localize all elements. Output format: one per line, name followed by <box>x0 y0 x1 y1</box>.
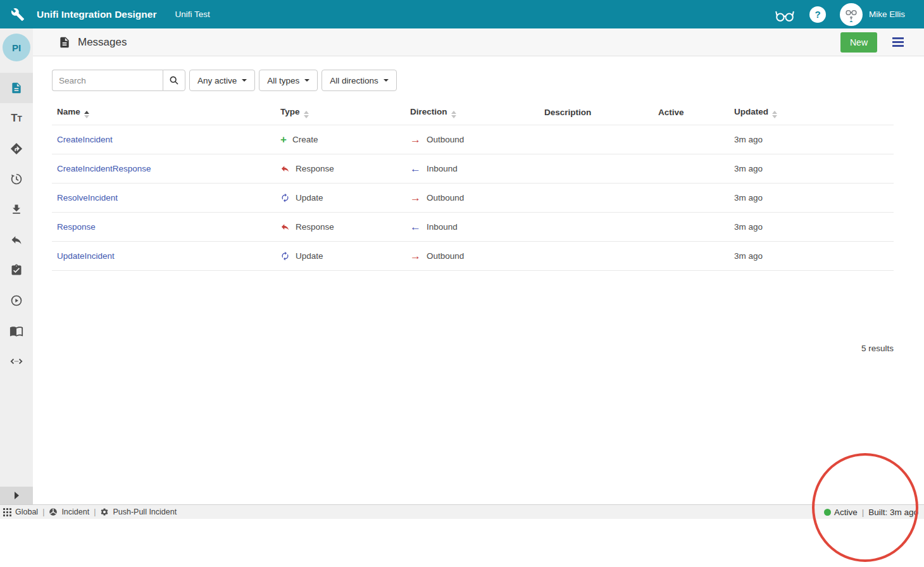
new-button[interactable]: New <box>840 32 877 53</box>
create-plus-icon: + <box>280 135 287 144</box>
table-row: CreateIncident + Create → Outbound 3m ag… <box>52 125 894 154</box>
column-header-active: Active <box>658 108 734 117</box>
workspace-name[interactable]: Unifi Test <box>175 9 209 19</box>
message-link[interactable]: UpdateIncident <box>57 251 115 261</box>
history-clock-icon <box>10 173 23 185</box>
types-filter-dropdown[interactable]: All types <box>259 70 318 91</box>
grid-icon <box>3 508 11 516</box>
sidebar: PI TT <box>0 28 33 504</box>
column-header-description: Description <box>544 108 658 117</box>
message-link[interactable]: CreateIncident <box>57 135 113 144</box>
response-reply-icon <box>280 164 290 173</box>
update-refresh-icon <box>280 193 290 202</box>
app-title: Unifi Integration Designer <box>37 9 156 20</box>
sort-icon <box>772 111 777 118</box>
messages-icon <box>58 36 71 49</box>
response-reply-icon <box>280 222 290 232</box>
sidebar-item-messages[interactable] <box>0 73 33 103</box>
sidebar-nav: TT <box>0 73 33 377</box>
download-icon <box>10 203 23 216</box>
active-filter-dropdown[interactable]: Any active <box>189 70 255 91</box>
breadcrumb-process[interactable]: Push-Pull Incident <box>100 508 177 516</box>
inbound-arrow-icon: ← <box>410 223 421 232</box>
wrench-icon <box>11 8 25 22</box>
table-row: ResolveIncident Update → Outbound 3m ago <box>52 184 894 213</box>
sidebar-item-import[interactable] <box>0 194 33 225</box>
search-button[interactable] <box>163 70 185 91</box>
menu-icon[interactable] <box>892 35 904 49</box>
page-title: Messages <box>78 36 127 49</box>
column-header-direction[interactable]: Direction <box>410 107 544 118</box>
table-row: Response Response ← Inbound 3m ago <box>52 213 894 242</box>
sidebar-item-run[interactable] <box>0 285 33 316</box>
build-status: Active | Built: 3m ago <box>824 508 921 517</box>
sidebar-item-deliveries[interactable] <box>0 134 33 164</box>
table-row: UpdateIncident Update → Outbound 3m ago <box>52 242 894 271</box>
sort-icon <box>304 111 309 118</box>
sort-icon <box>451 111 456 118</box>
inbound-arrow-icon: ← <box>410 165 421 173</box>
outbound-arrow-icon: → <box>410 252 421 261</box>
text-fields-icon: TT <box>11 112 22 125</box>
sidebar-item-documentation[interactable] <box>0 316 33 346</box>
message-link[interactable]: Response <box>57 222 96 232</box>
sort-asc-icon <box>84 111 89 118</box>
topbar: Unifi Integration Designer Unifi Test ? <box>0 0 924 28</box>
messages-table: Name Type Direction Description Active U… <box>52 100 894 271</box>
search-input[interactable] <box>52 70 163 91</box>
glasses-icon[interactable] <box>774 6 796 23</box>
integration-avatar[interactable]: PI <box>3 34 30 61</box>
filter-bar: Any active All types All directions <box>52 70 397 91</box>
chevron-down-icon <box>242 79 247 82</box>
help-icon[interactable]: ? <box>809 6 826 23</box>
built-label: Built: 3m ago <box>868 508 918 517</box>
book-icon <box>9 324 23 338</box>
column-header-type[interactable]: Type <box>280 107 410 118</box>
diamond-arrow-icon <box>9 142 23 156</box>
chevron-right-icon <box>15 492 19 499</box>
avatar <box>840 3 863 26</box>
clipboard-check-icon <box>10 264 23 277</box>
reply-icon <box>10 234 23 246</box>
sidebar-item-responses[interactable] <box>0 225 33 255</box>
gear-icon <box>100 508 109 516</box>
table-row: CreateIncidentResponse Response ← Inboun… <box>52 154 894 184</box>
message-link[interactable]: ResolveIncident <box>57 193 118 202</box>
status-bar: Global | Incident | Push-Pull Incident A… <box>0 504 924 519</box>
user-menu[interactable]: Mike Ellis <box>840 3 905 26</box>
status-label: Active <box>834 508 858 517</box>
breadcrumb-global[interactable]: Global <box>3 508 38 516</box>
results-count: 5 results <box>861 344 894 353</box>
column-header-updated[interactable]: Updated <box>734 107 894 118</box>
incident-icon <box>49 508 58 516</box>
separator: | <box>94 508 96 516</box>
user-name: Mike Ellis <box>869 9 905 19</box>
sidebar-item-history[interactable] <box>0 164 33 194</box>
separator: | <box>862 508 865 517</box>
sidebar-collapse-button[interactable] <box>0 487 33 504</box>
search-icon <box>169 75 179 85</box>
column-header-name[interactable]: Name <box>52 107 280 118</box>
table-header-row: Name Type Direction Description Active U… <box>52 100 894 125</box>
breadcrumb-integration[interactable]: Incident <box>49 508 89 516</box>
chevron-down-icon <box>384 79 389 82</box>
update-refresh-icon <box>280 251 290 261</box>
chevron-down-icon <box>304 79 309 82</box>
sidebar-item-scripts[interactable] <box>0 346 33 377</box>
outbound-arrow-icon: → <box>410 135 421 144</box>
active-status-dot-icon <box>824 509 831 516</box>
document-icon <box>10 82 23 94</box>
sidebar-item-fields[interactable]: TT <box>0 103 33 134</box>
sidebar-item-tasks[interactable] <box>0 255 33 285</box>
code-icon <box>9 354 23 368</box>
page-header: Messages New <box>33 28 924 56</box>
play-circle-icon <box>10 294 23 307</box>
message-link[interactable]: CreateIncidentResponse <box>57 164 151 173</box>
outbound-arrow-icon: → <box>410 194 421 202</box>
separator: | <box>42 508 44 516</box>
directions-filter-dropdown[interactable]: All directions <box>322 70 397 91</box>
